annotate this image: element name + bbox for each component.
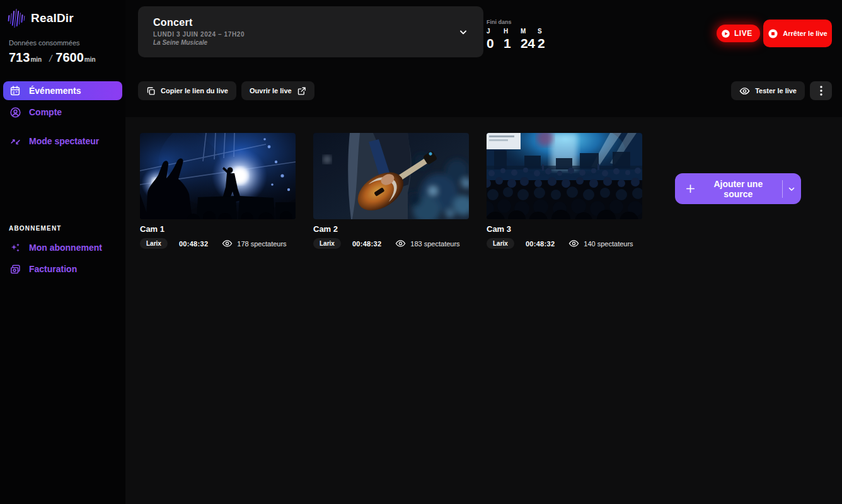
event-selector[interactable]: Concert LUNDI 3 JUIN 2024 – 17H20 La Sei… [138, 6, 483, 57]
open-live-button[interactable]: Ouvrir le live [241, 81, 314, 100]
usage-used-unit: min [30, 56, 42, 63]
sidebar-item-label: Compte [29, 107, 62, 117]
sparkles-icon [9, 241, 21, 254]
sidebar: RealDir Données consommées 713 min / 760… [0, 0, 125, 504]
stop-circle-icon [768, 28, 778, 39]
chevron-down-icon[interactable] [783, 185, 801, 193]
event-title: Concert [153, 17, 468, 28]
event-datetime: LUNDI 3 JUIN 2024 – 17H20 [153, 31, 468, 38]
test-live-label: Tester le live [755, 87, 797, 94]
sidebar-nav: Événements Compte Mode spectateur [0, 81, 125, 151]
cam-2-thumbnail[interactable] [313, 133, 469, 219]
countdown-hours: H 1 [504, 28, 521, 51]
cam-meta: Larix 00:48:32 183 spectateurs [313, 238, 469, 249]
toolbar: Copier le lien du live Ouvrir le live [138, 81, 832, 100]
cam-1-thumbnail[interactable] [140, 133, 296, 219]
sidebar-item-label: Événements [29, 86, 81, 96]
cam-duration: 00:48:32 [179, 240, 208, 248]
live-badge-label: LIVE [734, 29, 753, 38]
copy-live-link-label: Copier le lien du live [161, 87, 228, 94]
cam-name: Cam 3 [487, 224, 642, 234]
subscription-nav: Mon abonnement Facturation [0, 238, 125, 278]
cam-name: Cam 2 [313, 224, 469, 234]
eye-icon [395, 239, 406, 248]
cam-meta: Larix 00:48:32 140 spectateurs [487, 238, 642, 249]
usage-total: 7600 [55, 50, 84, 65]
swap-arrows-icon [9, 135, 21, 147]
camera-card-1: Cam 1 Larix 00:48:32 178 spectateurs [140, 133, 296, 249]
countdown-seconds: S 2 [538, 28, 555, 51]
stop-live-button[interactable]: Arrêter le live [763, 20, 832, 47]
play-circle-icon [721, 29, 730, 38]
usage-used: 713 [9, 50, 30, 65]
header: Concert LUNDI 3 JUIN 2024 – 17H20 La Sei… [125, 0, 842, 117]
cam-viewers: 140 spectateurs [568, 239, 633, 248]
kebab-icon [820, 86, 822, 96]
countdown-minutes: M 24 [521, 28, 538, 51]
cam-duration: 00:48:32 [526, 240, 555, 248]
chevron-down-icon [458, 27, 468, 40]
test-live-button[interactable]: Tester le live [731, 81, 805, 100]
usage-label: Données consommées [9, 39, 125, 47]
countdown: Fini dans J 0 H 1 M 24 S 2 [487, 19, 562, 51]
event-venue: La Seine Musicale [153, 39, 468, 46]
more-options-button[interactable] [810, 81, 832, 100]
usage-separator: / [49, 53, 52, 64]
waveform-logo-icon [7, 9, 25, 28]
account-icon [9, 106, 21, 118]
cam-duration: 00:48:32 [352, 240, 381, 248]
calendar-icon [9, 84, 21, 97]
sidebar-item-compte[interactable]: Compte [3, 103, 122, 122]
logo: RealDir [0, 0, 125, 28]
cam-name: Cam 1 [140, 224, 296, 234]
cam-viewers-label: 183 spectateurs [410, 240, 459, 248]
add-source-button[interactable]: Ajouter une source [675, 173, 801, 204]
source-badge: Larix [487, 238, 514, 249]
live-status-badge: LIVE [717, 25, 760, 42]
sidebar-item-mon-abonnement[interactable]: Mon abonnement [3, 238, 122, 257]
copy-live-link-button[interactable]: Copier le lien du live [138, 81, 236, 100]
eye-icon [222, 239, 233, 248]
data-usage: Données consommées 713 min / 7600 min [0, 28, 125, 65]
billing-icon [9, 263, 21, 275]
source-badge: Larix [313, 238, 341, 249]
section-title-abonnement: ABONNEMENT [0, 225, 125, 232]
cam-viewers-label: 178 spectateurs [237, 240, 286, 248]
camera-card-2: Cam 2 Larix 00:48:32 183 spectateurs [313, 133, 469, 249]
cam-viewers: 178 spectateurs [222, 239, 286, 248]
app-name: RealDir [31, 11, 74, 25]
countdown-label: Fini dans [487, 19, 562, 25]
eye-icon [739, 87, 750, 95]
countdown-days: J 0 [487, 28, 504, 51]
cam-3-thumbnail[interactable] [487, 133, 642, 219]
plus-icon [685, 183, 696, 194]
eye-icon [568, 239, 579, 248]
camera-card-3: Cam 3 Larix 00:48:32 140 spectateurs [487, 133, 642, 249]
stop-live-label: Arrêter le live [783, 30, 827, 37]
sidebar-item-label: Facturation [29, 264, 77, 274]
external-link-icon [297, 86, 306, 96]
cam-viewers: 183 spectateurs [395, 239, 459, 248]
sidebar-item-facturation[interactable]: Facturation [3, 260, 122, 278]
sidebar-item-label: Mode spectateur [29, 136, 99, 146]
add-source-label: Ajouter une source [703, 179, 773, 199]
copy-icon [146, 86, 156, 96]
usage-values: 713 min / 7600 min [9, 50, 125, 65]
main-content: Cam 1 Larix 00:48:32 178 spectateurs [125, 117, 842, 504]
open-live-label: Ouvrir le live [250, 87, 292, 94]
source-badge: Larix [140, 238, 168, 249]
cam-viewers-label: 140 spectateurs [584, 240, 633, 248]
sidebar-item-evenements[interactable]: Événements [3, 81, 122, 100]
app-root: RealDir Données consommées 713 min / 760… [0, 0, 842, 504]
sidebar-item-label: Mon abonnement [29, 243, 102, 253]
sidebar-item-mode-spectateur[interactable]: Mode spectateur [3, 132, 122, 151]
usage-total-unit: min [84, 56, 96, 63]
cam-meta: Larix 00:48:32 178 spectateurs [140, 238, 296, 249]
